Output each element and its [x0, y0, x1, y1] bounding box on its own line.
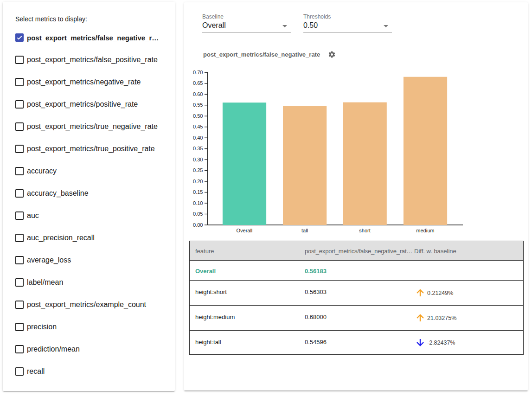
svg-text:0.30: 0.30: [193, 157, 203, 162]
svg-text:0.35: 0.35: [193, 146, 203, 151]
svg-text:0.20: 0.20: [193, 179, 203, 184]
svg-text:0.15: 0.15: [193, 189, 203, 195]
svg-text:0.10: 0.10: [193, 200, 203, 206]
svg-text:0.60: 0.60: [193, 91, 203, 97]
svg-text:0.25: 0.25: [193, 167, 203, 173]
svg-text:0.40: 0.40: [193, 135, 203, 141]
svg-text:0.65: 0.65: [193, 80, 203, 86]
svg-text:short: short: [359, 228, 370, 233]
svg-text:medium: medium: [416, 228, 434, 233]
svg-text:0.05: 0.05: [193, 211, 203, 217]
svg-text:0.70: 0.70: [193, 70, 203, 75]
svg-text:0.55: 0.55: [193, 102, 203, 108]
svg-text:Overall: Overall: [236, 228, 252, 233]
svg-text:0.50: 0.50: [193, 113, 203, 119]
svg-text:0.45: 0.45: [193, 124, 203, 129]
svg-text:tall: tall: [301, 228, 308, 233]
svg-text:0.00: 0.00: [193, 222, 203, 228]
